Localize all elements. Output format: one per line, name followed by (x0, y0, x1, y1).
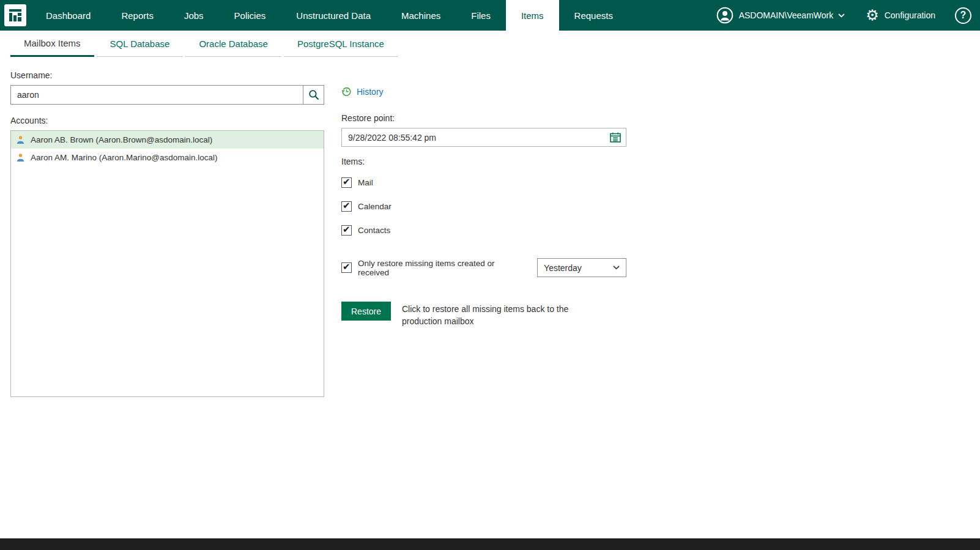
restore-point-field (341, 128, 626, 147)
user-name-label: ASDOMAIN\VeeamWork (739, 10, 834, 20)
person-icon (16, 135, 25, 144)
only-missing-row: Only restore missing items created or re… (341, 258, 626, 277)
account-name: Aaron AB. Brown (Aaron.Brown@asdomain.lo… (31, 135, 212, 144)
username-label: Username: (10, 70, 324, 80)
tab-postgresql-instance[interactable]: PostgreSQL Instance (284, 31, 398, 57)
restore-row: Restore Click to restore all missing ite… (341, 302, 626, 327)
checkbox-row-mail: Mail (341, 177, 626, 188)
nav-item-machines[interactable]: Machines (386, 0, 456, 31)
header-right: ASDOMAIN\VeeamWork ⚙ Configuration ? (716, 0, 980, 31)
search-icon (308, 89, 319, 100)
calendar-label: Calendar (358, 202, 392, 211)
accounts-label: Accounts: (10, 116, 324, 125)
gear-icon: ⚙ (866, 8, 879, 23)
account-row[interactable]: Aaron AB. Brown (Aaron.Brown@asdomain.lo… (11, 131, 324, 149)
app-logo[interactable] (0, 0, 31, 31)
checkbox-row-calendar: Calendar (341, 201, 626, 212)
history-label: History (357, 87, 384, 97)
accounts-listbox[interactable]: Aaron AB. Brown (Aaron.Brown@asdomain.lo… (10, 130, 324, 397)
question-mark-icon: ? (960, 10, 967, 21)
only-missing-checkbox[interactable] (341, 262, 352, 273)
period-value: Yesterday (544, 263, 613, 273)
chevron-down-icon (838, 13, 845, 18)
period-dropdown[interactable]: Yesterday (537, 258, 626, 277)
checkbox-row-contacts: Contacts (341, 225, 626, 236)
restore-button[interactable]: Restore (341, 302, 391, 321)
restore-hint-text: Click to restore all missing items back … (402, 303, 610, 327)
accounts-column: Username: Accounts: (10, 70, 324, 397)
person-icon (16, 153, 25, 162)
restore-point-label: Restore point: (341, 113, 626, 123)
user-avatar-icon (716, 7, 733, 24)
nav-item-jobs[interactable]: Jobs (169, 0, 219, 31)
calendar-checkbox[interactable] (341, 201, 352, 212)
nav-item-reports[interactable]: Reports (106, 0, 169, 31)
tab-mailbox-items[interactable]: Mailbox Items (10, 31, 94, 57)
nav-item-requests[interactable]: Requests (559, 0, 628, 31)
search-button[interactable] (303, 86, 324, 104)
only-missing-label: Only restore missing items created or re… (358, 259, 528, 277)
account-row[interactable]: Aaron AM. Marino (Aaron.Marino@asdomain.… (11, 149, 324, 166)
contacts-label: Contacts (358, 226, 390, 235)
items-tab-bar: Mailbox Items SQL Database Oracle Databa… (0, 31, 980, 57)
nav-item-dashboard[interactable]: Dashboard (31, 0, 106, 31)
items-label: Items: (341, 157, 626, 166)
restore-point-input[interactable] (342, 133, 605, 143)
tab-oracle-database[interactable]: Oracle Database (185, 31, 281, 57)
chevron-down-icon (613, 266, 620, 270)
username-search-field (10, 85, 324, 105)
nav-item-files[interactable]: Files (456, 0, 506, 31)
user-menu[interactable]: ASDOMAIN\VeeamWork (716, 7, 845, 24)
bottom-bar (0, 538, 980, 550)
mail-checkbox[interactable] (341, 177, 352, 188)
mail-label: Mail (358, 178, 373, 187)
restore-column: History Restore point: (341, 70, 626, 397)
history-icon (341, 86, 352, 97)
tab-sql-database[interactable]: SQL Database (97, 31, 184, 57)
history-link[interactable]: History (341, 86, 384, 97)
username-input[interactable] (11, 86, 303, 104)
nav-item-items[interactable]: Items (506, 0, 559, 31)
nav-item-unstructured-data[interactable]: Unstructured Data (281, 0, 386, 31)
calendar-icon (610, 132, 621, 143)
calendar-button[interactable] (605, 128, 626, 146)
veeam-logo-icon (4, 4, 26, 26)
help-button[interactable]: ? (955, 7, 971, 24)
main-nav: Dashboard Reports Jobs Policies Unstruct… (31, 0, 628, 31)
contacts-checkbox[interactable] (341, 225, 352, 236)
nav-item-policies[interactable]: Policies (219, 0, 281, 31)
top-navbar: Dashboard Reports Jobs Policies Unstruct… (0, 0, 980, 31)
account-name: Aaron AM. Marino (Aaron.Marino@asdomain.… (31, 153, 218, 162)
configuration-button[interactable]: ⚙ Configuration (866, 8, 935, 23)
mailbox-items-panel: Username: Accounts: (0, 57, 980, 397)
configuration-label: Configuration (885, 10, 935, 20)
